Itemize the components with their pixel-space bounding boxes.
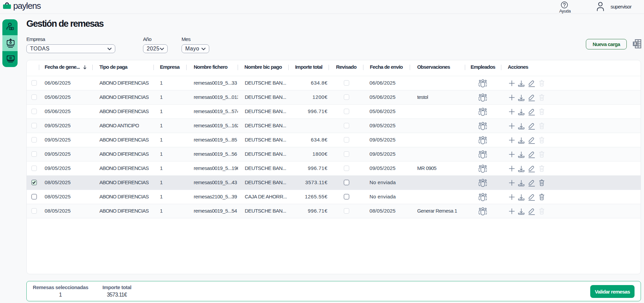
svg-text:X: X [634, 42, 637, 46]
